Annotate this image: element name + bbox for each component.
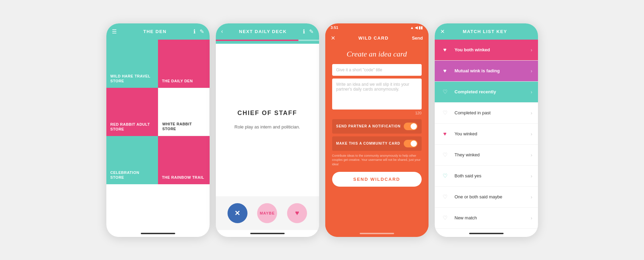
close-icon[interactable]: ✕: [331, 35, 335, 41]
match-item-fading[interactable]: ♥ Mutual wink is fading ›: [435, 61, 538, 82]
chevron-icon: ›: [531, 194, 532, 200]
match-label: You both winked: [455, 47, 526, 52]
notify-toggle[interactable]: [404, 123, 418, 130]
deck-title: NEXT DAILY DECK: [223, 29, 303, 34]
card-description: Role play as intern and politician.: [234, 124, 300, 131]
match-label: Completed in past: [455, 110, 526, 115]
reject-button[interactable]: ✕: [228, 203, 247, 223]
community-card-toggle-row: MAKE THIS A COMMUNITY CARD: [332, 136, 422, 151]
maybe-button[interactable]: MAYBE: [257, 203, 277, 223]
chevron-icon: ›: [531, 131, 532, 137]
status-signals: ▲ ◀ ▮▮: [410, 25, 423, 30]
notify-partner-toggle-row: SEND PARTNER A NOTIFICATION: [332, 119, 422, 134]
match-item-both-yes[interactable]: ♡ Both said yes ›: [435, 166, 538, 187]
create-title: Create an idea card: [332, 50, 422, 59]
match-label: They winked: [455, 152, 526, 157]
celebration-store[interactable]: CELEBRATION STORE: [106, 136, 158, 184]
notify-label: SEND PARTNER A NOTIFICATION: [336, 124, 401, 128]
match-label: You winked: [455, 131, 526, 136]
edit-icon[interactable]: ✎: [200, 28, 204, 35]
match-label: Completed recently: [455, 89, 526, 94]
chevron-icon: ›: [531, 173, 532, 179]
home-bar: [106, 230, 210, 237]
match-label: Both said yes: [455, 173, 526, 178]
home-indicator: [141, 233, 175, 234]
heart-filled-red-icon: ♥: [440, 129, 450, 139]
match-header: ✕ MATCH LIST KEY: [435, 23, 538, 40]
like-button[interactable]: ♥: [287, 203, 307, 223]
chevron-icon: ›: [531, 47, 532, 53]
phone-wildcard: 3:51 ▲ ◀ ▮▮ ✕ WILD CARD Send Create an i…: [325, 23, 429, 237]
chevron-icon: ›: [531, 110, 532, 116]
home-indicator: [250, 233, 285, 234]
wildcard-title: WILD CARD: [335, 35, 412, 41]
match-label: Mutual wink is fading: [455, 68, 526, 73]
progress-track: [216, 40, 319, 41]
home-bar: [325, 230, 429, 237]
wildcard-content: Create an idea card Give it a short "cod…: [325, 46, 429, 230]
wild-hare-store[interactable]: WILD HARE TRAVEL STORE: [106, 40, 158, 88]
match-item-new-match[interactable]: ♡ New match ›: [435, 208, 538, 229]
heart-outline-icon: ♡: [440, 87, 450, 97]
match-label: New match: [455, 215, 526, 220]
status-bar: 3:51 ▲ ◀ ▮▮: [325, 23, 429, 30]
white-rabbit-store[interactable]: WHITE RABBIT STORE: [158, 88, 210, 136]
heart-outline-icon: ♡: [440, 213, 450, 223]
chevron-icon: ›: [531, 215, 532, 221]
heart-filled-icon: ♥: [440, 66, 450, 76]
card-actions: ✕ MAYBE ♥: [216, 196, 319, 230]
store-grid: WILD HARE TRAVEL STORE THE DAILY DEN RED…: [106, 40, 210, 230]
phone-match-list: ✕ MATCH LIST KEY ♥ You both winked › ♥ M…: [435, 23, 538, 237]
edit-icon[interactable]: ✎: [309, 28, 314, 35]
code-title-input[interactable]: Give it a short "code" title: [332, 64, 422, 76]
close-icon[interactable]: ✕: [440, 28, 445, 35]
info-icon[interactable]: ℹ: [193, 28, 196, 35]
community-label: MAKE THIS A COMMUNITY CARD: [336, 142, 400, 145]
chevron-icon: ›: [531, 89, 532, 95]
description-textarea[interactable]: Write an idea and we will slip it into y…: [332, 79, 422, 110]
info-icon[interactable]: ℹ: [303, 28, 305, 35]
home-bar: [435, 230, 538, 237]
card-content: CHIEF OF STAFF Role play as intern and p…: [216, 44, 319, 196]
chevron-icon: ›: [531, 68, 532, 74]
daily-den[interactable]: THE DAILY DEN: [158, 40, 210, 88]
rainbow-trail[interactable]: THE RAINBOW TRAIL: [158, 136, 210, 184]
char-count: 120: [332, 111, 422, 115]
home-indicator: [469, 233, 504, 234]
den-title: THE DEN: [117, 29, 193, 34]
match-title: MATCH LIST KEY: [445, 29, 526, 34]
red-rabbit-store[interactable]: RED RABBIT ADULT STORE: [106, 88, 158, 136]
progress-fill: [216, 40, 298, 41]
send-label[interactable]: Send: [412, 35, 423, 41]
community-toggle[interactable]: [404, 140, 418, 147]
home-bar: [216, 230, 319, 237]
status-time: 3:51: [331, 25, 338, 30]
heart-outline-icon: ♡: [440, 108, 450, 118]
match-item-you-winked[interactable]: ♥ You winked ›: [435, 124, 538, 145]
home-indicator: [360, 233, 394, 234]
community-note: Contribute ideas to the community anonym…: [332, 154, 422, 167]
phone-daily-deck: ‹ NEXT DAILY DECK ℹ ✎ CHIEF OF STAFF Rol…: [216, 23, 319, 237]
menu-icon[interactable]: ☰: [112, 28, 117, 35]
heart-outline-icon: ♡: [440, 192, 450, 202]
phone-den: ☰ THE DEN ℹ ✎ WILD HARE TRAVEL STORE THE…: [106, 23, 210, 237]
send-wildcard-button[interactable]: SEND WILDCARD: [332, 172, 422, 187]
heart-outline-icon: ♡: [440, 150, 450, 160]
card-title: CHIEF OF STAFF: [237, 110, 297, 117]
match-label: One or both said maybe: [455, 194, 526, 199]
match-item-they-winked[interactable]: ♡ They winked ›: [435, 145, 538, 166]
match-item-completed-past[interactable]: ♡ Completed in past ›: [435, 103, 538, 124]
chevron-icon: ›: [531, 152, 532, 158]
progress-bar-container: [216, 40, 319, 44]
match-list: ♥ You both winked › ♥ Mutual wink is fad…: [435, 40, 538, 230]
den-header: ☰ THE DEN ℹ ✎: [106, 23, 210, 40]
wildcard-header: ✕ WILD CARD Send: [325, 30, 429, 46]
match-item-you-both-winked[interactable]: ♥ You both winked ›: [435, 40, 538, 61]
match-item-completed-recently[interactable]: ♡ Completed recently ›: [435, 82, 538, 103]
match-item-maybe[interactable]: ♡ One or both said maybe ›: [435, 187, 538, 208]
heart-filled-icon: ♥: [440, 45, 450, 55]
deck-header: ‹ NEXT DAILY DECK ℹ ✎: [216, 23, 319, 40]
heart-outline-teal-icon: ♡: [440, 171, 450, 181]
